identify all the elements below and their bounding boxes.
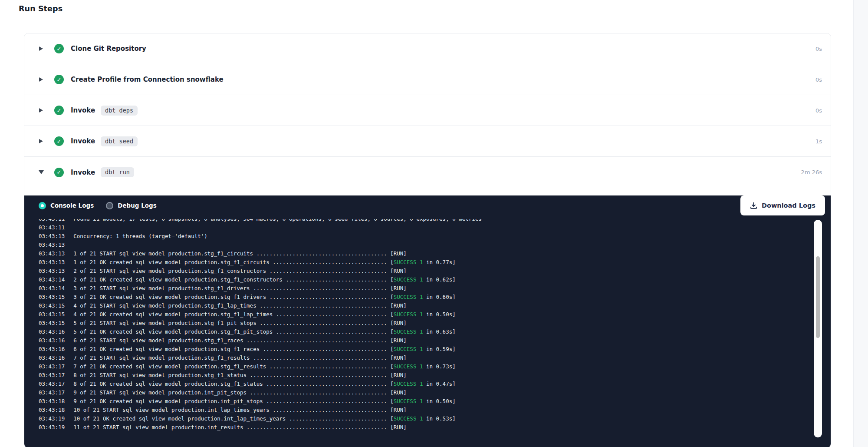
log-panel: Console Logs Debug Logs Download Logs 03… xyxy=(24,195,831,447)
log-line: 03:43:189 of 21 OK created sql view mode… xyxy=(39,397,831,406)
step-label: Clone Git Repository xyxy=(71,45,146,53)
radio-console-logs[interactable]: Console Logs xyxy=(39,202,94,209)
log-line: 03:43:153 of 21 OK created sql view mode… xyxy=(39,293,831,301)
run-step-row[interactable]: ✓ Create Profile from Connection snowfla… xyxy=(24,64,831,95)
run-steps-list: ✓ Clone Git Repository 0s ✓ Create Profi… xyxy=(24,33,831,188)
radio-debug-logs-label: Debug Logs xyxy=(118,202,157,209)
page-title: Run Steps xyxy=(19,4,62,13)
step-duration: 0s xyxy=(815,46,822,52)
download-logs-button[interactable]: Download Logs xyxy=(740,195,825,215)
success-check-icon: ✓ xyxy=(54,168,64,177)
log-line: 03:43:131 of 21 OK created sql view mode… xyxy=(39,258,831,267)
log-line: 03:43:132 of 21 START sql view model pro… xyxy=(39,267,831,275)
step-command-badge: dbt run xyxy=(101,167,134,177)
log-line: 03:43:1810 of 21 START sql view model pr… xyxy=(39,406,831,414)
console-log-output[interactable]: 03:43:11Found 21 models, 17 tests, 0 sna… xyxy=(24,219,831,438)
caret-icon[interactable] xyxy=(39,139,44,144)
log-line: 03:43:131 of 21 START sql view model pro… xyxy=(39,249,831,258)
log-line: 03:43:179 of 21 START sql view model pro… xyxy=(39,388,831,397)
log-line: 03:43:13Concurrency: 1 threads (target='… xyxy=(39,232,831,241)
step-command-badge: dbt deps xyxy=(101,106,138,116)
log-scrollbar-thumb[interactable] xyxy=(816,256,820,338)
log-line: 03:43:11Found 21 models, 17 tests, 0 sna… xyxy=(39,219,831,223)
success-check-icon: ✓ xyxy=(54,106,64,115)
download-logs-label: Download Logs xyxy=(762,202,815,209)
log-line: 03:43:178 of 21 START sql view model pro… xyxy=(39,371,831,380)
run-steps-card: ✓ Clone Git Repository 0s ✓ Create Profi… xyxy=(24,33,831,447)
caret-icon[interactable] xyxy=(39,77,44,83)
log-line: 03:43:155 of 21 START sql view model pro… xyxy=(39,319,831,328)
caret-icon[interactable] xyxy=(39,46,44,52)
log-scrollbar-track[interactable] xyxy=(814,220,822,437)
radio-debug-logs[interactable]: Debug Logs xyxy=(106,202,157,209)
log-line: 03:43:11 xyxy=(39,223,831,232)
run-step-row[interactable]: ✓ Clone Git Repository 0s xyxy=(24,33,831,64)
run-step-row[interactable]: ✓ Invoke dbt seed 1s xyxy=(24,126,831,157)
radio-console-logs-label: Console Logs xyxy=(50,202,94,209)
log-line: 03:43:177 of 21 OK created sql view mode… xyxy=(39,362,831,371)
step-duration: 2m 26s xyxy=(801,169,822,175)
run-step-row[interactable]: ✓ Invoke dbt deps 0s xyxy=(24,95,831,126)
success-check-icon: ✓ xyxy=(54,136,64,146)
radio-unselected-icon xyxy=(106,202,113,209)
step-label: Invoke xyxy=(71,106,95,114)
step-label: Create Profile from Connection snowflake xyxy=(71,76,224,83)
log-lines: 03:43:11Found 21 models, 17 tests, 0 sna… xyxy=(39,219,831,432)
radio-selected-icon xyxy=(39,202,46,209)
log-line: 03:43:165 of 21 OK created sql view mode… xyxy=(39,328,831,336)
step-duration: 1s xyxy=(815,138,822,145)
log-line: 03:43:1910 of 21 OK created sql view mod… xyxy=(39,414,831,423)
log-line: 03:43:154 of 21 OK created sql view mode… xyxy=(39,310,831,319)
step-duration: 0s xyxy=(815,76,822,83)
right-gutter xyxy=(853,0,868,447)
step-label: Invoke xyxy=(71,137,95,145)
step-label: Invoke xyxy=(71,169,95,176)
log-line: 03:43:143 of 21 START sql view model pro… xyxy=(39,284,831,293)
log-line: 03:43:1911 of 21 START sql view model pr… xyxy=(39,423,831,432)
run-step-row[interactable]: ✓ Invoke dbt run 2m 26s xyxy=(24,157,831,188)
log-line: 03:43:166 of 21 OK created sql view mode… xyxy=(39,345,831,354)
log-line: 03:43:154 of 21 START sql view model pro… xyxy=(39,301,831,310)
log-line: 03:43:13 xyxy=(39,241,831,249)
caret-icon[interactable] xyxy=(39,169,44,175)
success-check-icon: ✓ xyxy=(54,75,64,84)
log-line: 03:43:178 of 21 OK created sql view mode… xyxy=(39,380,831,388)
caret-icon[interactable] xyxy=(39,108,44,113)
log-line: 03:43:167 of 21 START sql view model pro… xyxy=(39,354,831,362)
step-duration: 0s xyxy=(815,107,822,114)
log-line: 03:43:142 of 21 OK created sql view mode… xyxy=(39,275,831,284)
success-check-icon: ✓ xyxy=(54,44,64,53)
log-panel-header: Console Logs Debug Logs Download Logs xyxy=(39,195,825,215)
log-line: 03:43:166 of 21 START sql view model pro… xyxy=(39,336,831,345)
download-icon xyxy=(750,202,757,209)
step-command-badge: dbt seed xyxy=(101,136,138,146)
